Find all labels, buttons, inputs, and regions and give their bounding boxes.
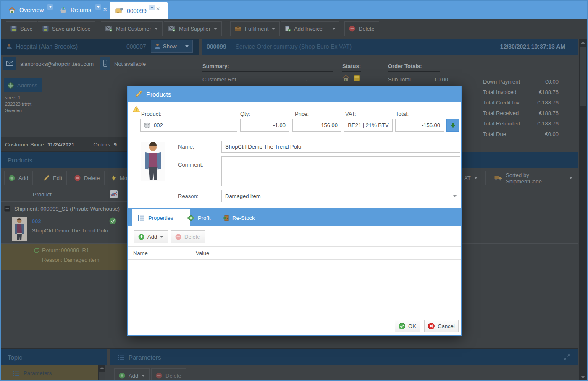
topic-item-parameters[interactable]: Parameters — [1, 365, 98, 381]
comment-field[interactable] — [221, 156, 460, 186]
product-field[interactable]: 002 — [140, 119, 237, 132]
ok-button[interactable]: OK — [395, 320, 420, 332]
add-invoice-button[interactable]: Add Invoice — [281, 21, 328, 36]
chevron-down-icon — [185, 45, 189, 47]
mail-customer-button[interactable]: Mail Customer — [101, 21, 163, 36]
fulfilment-button[interactable]: Fulfilment — [230, 21, 280, 36]
shipment-group-label[interactable]: Shipment: 000099_S1 (Private Warehouse) — [14, 206, 120, 212]
order-timestamp: 12/30/2021 10:37:13 AM — [500, 43, 565, 50]
save-and-close-button[interactable]: Save and Close — [38, 21, 95, 36]
vat-field[interactable]: BE21 | 21% BTV — [344, 119, 393, 132]
dialog-delete-button[interactable]: Delete — [171, 230, 205, 243]
dialog-header[interactable]: Products — [128, 86, 461, 102]
collapse-icon[interactable] — [4, 206, 10, 212]
grid-column-separator — [28, 188, 28, 201]
cancel-button[interactable]: Cancel — [424, 320, 459, 332]
fulfilment-label: Fulfilment — [245, 26, 268, 32]
tab-overview-menu-icon[interactable] — [47, 4, 53, 10]
list-icon — [13, 370, 19, 376]
dialog-add-label: Add — [147, 234, 157, 240]
tab-returns-close-icon[interactable]: ✕ — [103, 7, 107, 13]
email-tile[interactable] — [3, 57, 16, 70]
parameters-add-button[interactable]: Add — [114, 368, 150, 381]
parameters-add-label: Add — [129, 373, 138, 379]
orders-value: 9 — [114, 141, 117, 148]
product-photo — [141, 142, 165, 181]
main-scrollbar[interactable] — [579, 39, 587, 381]
customer-ref-value: - — [306, 76, 307, 83]
summary-underline — [202, 71, 333, 72]
ok-check-icon — [399, 323, 405, 329]
topic-panel-header: Topic — [1, 349, 107, 365]
dialog-add-button[interactable]: Add — [134, 230, 168, 243]
total-label: Total Invoiced — [483, 89, 517, 95]
tab-properties-label: Properties — [148, 215, 173, 221]
products-add-button[interactable]: Add — [4, 171, 33, 185]
grid-value-header[interactable]: Value — [196, 250, 209, 256]
topic-scrollbar[interactable] — [98, 365, 105, 381]
reason-select[interactable]: Damaged item — [221, 190, 460, 202]
tab-restock[interactable]: Re-Stock — [217, 209, 260, 226]
delete-icon — [74, 175, 81, 181]
tab-order-menu-icon[interactable] — [149, 5, 155, 10]
address-button[interactable]: Address — [4, 78, 42, 92]
grid-column-product[interactable]: Product — [33, 191, 52, 198]
plus-icon — [450, 123, 456, 128]
product-code-link[interactable]: 002 — [32, 218, 41, 224]
tab-returns-label: Returns — [71, 7, 91, 13]
button-divider — [181, 42, 181, 51]
total-row: Down Payment€0.00 — [483, 76, 559, 87]
customer-header: Hospital (Alan Broooks) 000007 Show — [1, 39, 199, 55]
tab-order-close-icon[interactable]: ✕ — [156, 6, 160, 12]
customer-email[interactable]: alanbrooks@shopctrl.test.com — [20, 61, 94, 67]
chart-column-icon[interactable] — [110, 190, 118, 198]
tab-profit[interactable]: Profit — [181, 209, 216, 226]
delete-button[interactable]: Delete — [344, 21, 379, 36]
total-field[interactable] — [395, 119, 444, 132]
return-link[interactable]: 000099_R1 — [61, 247, 89, 253]
chevron-down-icon — [332, 28, 336, 30]
products-vat-label: AT — [464, 175, 471, 181]
order-totals-underline — [388, 71, 440, 72]
main-toolbar: Save Save and Close Mail Customer Mail S… — [1, 19, 587, 39]
tab-overview[interactable]: Overview — [6, 1, 46, 19]
products-edit-button[interactable]: Edit — [39, 171, 67, 185]
delete-icon — [175, 234, 181, 240]
products-vat-button[interactable]: AT — [459, 171, 486, 185]
total-row: Total Due€0.00 — [483, 129, 559, 139]
grid-name-header[interactable]: Name — [133, 250, 148, 256]
save-button[interactable]: Save — [6, 21, 37, 36]
topic-item-label: Parameters — [24, 370, 52, 376]
qty-field[interactable] — [240, 119, 289, 132]
tab-returns[interactable]: Returns — [57, 1, 94, 19]
products-delete-button[interactable]: Delete — [70, 171, 105, 185]
total-row: Total Refunded€-188.76 — [483, 118, 559, 129]
add-invoice-dropdown-button[interactable] — [328, 21, 339, 36]
products-sort-button[interactable]: Sorted by ShipmentCode — [490, 171, 577, 185]
address-block: street 1 232323 trtrtrt Sweden — [5, 95, 32, 114]
mail-icon — [168, 26, 176, 32]
total-value: €0.00 — [545, 78, 559, 85]
customer-number: 000007 — [126, 43, 146, 50]
mail-supplier-button[interactable]: Mail Supplier — [164, 21, 222, 36]
app-window: Overview Returns ✕ 000099 ✕ Save Save an… — [0, 0, 588, 381]
name-field[interactable] — [221, 141, 460, 153]
products-panel-title: Products — [8, 157, 32, 164]
home-icon — [8, 7, 16, 13]
tab-restock-label: Re-Stock — [232, 215, 255, 221]
products-edit-label: Edit — [53, 175, 62, 181]
price-field-label: Price: — [295, 111, 309, 117]
dialog-delete-label: Delete — [184, 234, 200, 240]
show-button[interactable]: Show — [151, 40, 193, 53]
add-product-line-button[interactable] — [446, 119, 459, 132]
tab-returns-menu-icon[interactable] — [95, 4, 101, 10]
phone-icon — [103, 60, 107, 67]
return-icon — [34, 248, 39, 253]
price-field[interactable] — [292, 119, 341, 132]
order-status-home-icon — [342, 75, 349, 81]
parameters-delete-button[interactable]: Delete — [151, 368, 186, 381]
chevron-down-icon — [569, 177, 572, 179]
toolbar-separator — [97, 23, 97, 34]
reason-value: Damaged item — [225, 193, 261, 199]
expand-icon[interactable] — [564, 354, 570, 360]
